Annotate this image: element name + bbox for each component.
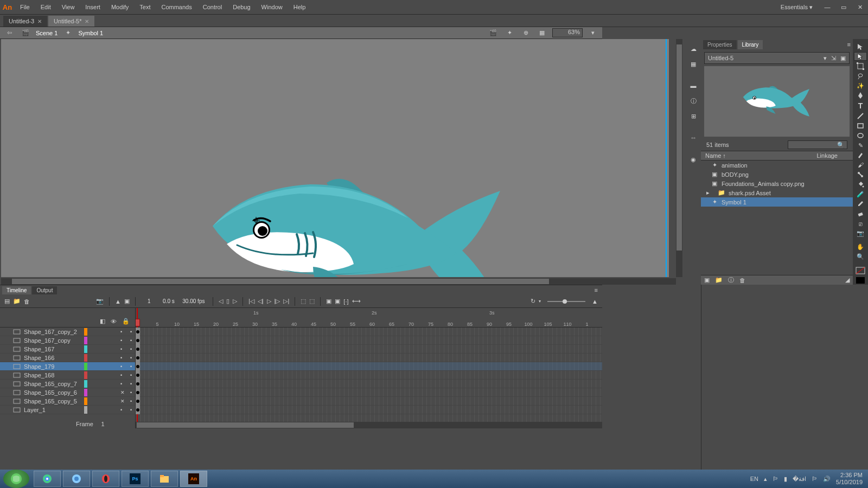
library-item[interactable]: ▣bODY.png — [701, 170, 853, 179]
menu-edit[interactable]: Edit — [35, 0, 56, 15]
zoom-input[interactable]: 63% — [552, 28, 583, 37]
menu-debug[interactable]: Debug — [227, 0, 256, 15]
swatches-panel-icon[interactable]: ◦◦ — [688, 132, 699, 143]
task-photoshop[interactable]: Ps — [122, 471, 149, 487]
layer-row[interactable]: Layer_1•• — [0, 406, 135, 414]
tray-flag-icon[interactable]: 🏳 — [773, 476, 778, 482]
library-item[interactable]: ▣Foundations_Animals copy.png — [701, 179, 853, 188]
paint-bucket-tool[interactable] — [854, 180, 867, 189]
pen-tool[interactable] — [854, 91, 867, 100]
fill-color[interactable] — [854, 276, 867, 285]
close-button[interactable]: ✕ — [853, 2, 867, 12]
loop-icon[interactable]: ↻ — [531, 298, 535, 305]
pencil-tool[interactable]: ✎ — [854, 141, 867, 150]
span-icon[interactable]: ⟷ — [352, 298, 361, 305]
next-frame-icon[interactable]: |▷ — [275, 298, 280, 305]
minimize-button[interactable]: — — [820, 2, 834, 12]
lasso-tool[interactable] — [854, 72, 867, 80]
hand-tool[interactable]: ✋ — [854, 243, 867, 252]
fit-timeline-icon[interactable]: ▲ — [592, 298, 598, 305]
task-chromium[interactable] — [63, 471, 90, 487]
tray-wifi-icon[interactable]: �افة — [793, 476, 806, 483]
layer-row[interactable]: Shape_179•• — [0, 362, 135, 371]
clip-icon[interactable]: ▦ — [536, 28, 548, 38]
workspace-switcher[interactable]: Essentials ▾ — [774, 0, 819, 15]
layer-row[interactable]: Shape_167_copy•• — [0, 336, 135, 345]
bone-tool[interactable] — [854, 170, 867, 179]
task-animate[interactable]: An — [180, 471, 207, 487]
brush-tool[interactable] — [854, 151, 867, 159]
properties-icon[interactable]: ⓘ — [728, 276, 734, 284]
edit-scene-icon[interactable]: 🎬 — [487, 28, 499, 38]
edit-multiple-icon[interactable]: ▣ — [335, 298, 340, 305]
tray-clock[interactable]: 2:36 PM5/10/2019 — [836, 472, 863, 486]
cc-panel-icon[interactable]: ☁ — [688, 43, 699, 54]
width-tool[interactable]: ⎚ — [854, 220, 867, 228]
task-explorer[interactable] — [151, 471, 178, 487]
menu-insert[interactable]: Insert — [80, 0, 106, 15]
menu-help[interactable]: Help — [288, 0, 311, 15]
timeline-zoom-slider[interactable] — [547, 301, 585, 302]
camera-tool[interactable]: 📷 — [854, 229, 867, 238]
zoom-dropdown-icon[interactable]: ▾ — [587, 28, 599, 38]
stop-icon[interactable]: ▯ — [226, 298, 229, 305]
tab-properties[interactable]: Properties — [703, 40, 737, 49]
layer-depth-icon[interactable]: ▲ — [115, 298, 121, 305]
timeline-scrollbar[interactable] — [136, 422, 602, 428]
library-search-input[interactable]: 🔍 — [788, 140, 847, 149]
delete-layer-icon[interactable]: 🗑 — [24, 298, 30, 305]
library-columns-header[interactable]: Name ↑ Linkage — [701, 151, 853, 160]
oval-tool[interactable] — [854, 131, 867, 140]
close-icon[interactable]: ✕ — [37, 18, 42, 24]
new-library-icon[interactable]: ▣ — [840, 55, 846, 62]
scene-icon[interactable]: 🎬 — [20, 28, 31, 38]
camera-icon[interactable]: 📷 — [96, 298, 104, 305]
current-frame[interactable]: 1 — [141, 298, 157, 304]
restore-button[interactable]: ▭ — [837, 2, 851, 12]
center-stage-icon[interactable]: ⊕ — [520, 28, 532, 38]
marker-icon[interactable]: [·] — [343, 298, 348, 305]
menu-control[interactable]: Control — [197, 0, 227, 15]
tab-timeline[interactable]: Timeline — [2, 286, 31, 294]
panel-menu-icon[interactable]: ≡ — [595, 287, 602, 293]
align-panel-icon[interactable]: ▦ — [688, 59, 699, 69]
menu-modify[interactable]: Modify — [106, 0, 134, 15]
timeline-ruler[interactable]: 1s2s3s1510152025303540455055606570758085… — [136, 308, 602, 328]
eraser-tool[interactable] — [854, 210, 867, 219]
layer-row[interactable]: Shape_165_copy_7•• — [0, 380, 135, 388]
library-item[interactable]: ✦animation — [701, 160, 853, 170]
tab-output[interactable]: Output — [32, 286, 57, 294]
library-item-folder[interactable]: ▸ 📁shark.psd Asset — [701, 188, 853, 197]
frames-area[interactable]: 1s2s3s1510152025303540455055606570758085… — [136, 308, 602, 428]
onion-skin-icon[interactable]: ▣ — [124, 298, 130, 305]
tray-arrow-icon[interactable]: ▴ — [764, 476, 767, 483]
layer-row[interactable]: Shape_167•• — [0, 345, 135, 354]
info-panel-icon[interactable]: ⓘ — [688, 95, 699, 106]
tray-action-icon[interactable]: 🏳 — [812, 476, 818, 482]
scrollbar-horizontal[interactable] — [1, 278, 676, 285]
new-layer-icon[interactable]: ▤ — [4, 298, 10, 305]
breadcrumb-symbol[interactable]: Symbol 1 — [78, 30, 103, 36]
layer-row[interactable]: Shape_165_copy_6✕• — [0, 388, 135, 397]
doc-tab-untitled3[interactable]: Untitled-3✕ — [3, 16, 47, 27]
ink-bottle-tool[interactable]: 🧪 — [854, 190, 867, 198]
tab-library[interactable]: Library — [738, 40, 763, 49]
last-frame-icon[interactable]: ▷| — [283, 298, 289, 305]
tray-volume-icon[interactable]: 🔊 — [823, 476, 831, 483]
menu-window[interactable]: Window — [256, 0, 288, 15]
start-button[interactable] — [3, 470, 29, 488]
menu-commands[interactable]: Commands — [156, 0, 197, 15]
free-transform-tool[interactable] — [854, 62, 867, 70]
library-item[interactable]: ✦Symbol 1 — [701, 197, 853, 207]
library-document-dropdown[interactable]: Untitled-5 ▾⇲▣ — [704, 52, 850, 64]
layer-row[interactable]: Shape_165_copy_5✕• — [0, 397, 135, 406]
menu-file[interactable]: File — [15, 0, 35, 15]
expand-icon[interactable]: ▸ — [706, 189, 710, 196]
step-back-icon[interactable]: ◁ — [219, 298, 223, 305]
color-panel-icon[interactable]: ▬ — [688, 80, 699, 91]
tray-network-icon[interactable]: ▮ — [784, 476, 787, 483]
lock-header-icon[interactable]: 🔒 — [122, 318, 130, 325]
selection-tool[interactable] — [854, 42, 867, 51]
eyedropper-tool[interactable] — [854, 200, 867, 208]
new-folder-icon[interactable]: 📁 — [715, 277, 723, 284]
